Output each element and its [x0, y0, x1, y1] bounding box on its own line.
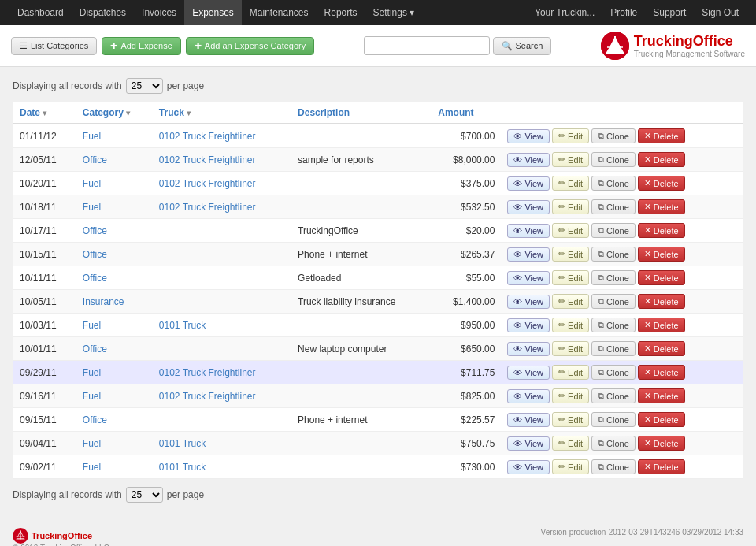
- delete-button[interactable]: ✕ Delete: [638, 459, 685, 474]
- category-link[interactable]: Office: [83, 414, 107, 425]
- category-link[interactable]: Fuel: [83, 462, 101, 473]
- clone-button[interactable]: ⧉ Clone: [591, 247, 636, 262]
- view-button[interactable]: 👁 View: [507, 342, 550, 356]
- clone-button[interactable]: ⧉ Clone: [591, 459, 636, 474]
- clone-button[interactable]: ⧉ Clone: [591, 128, 636, 143]
- view-button[interactable]: 👁 View: [507, 200, 550, 214]
- edit-button[interactable]: ✏ Edit: [552, 199, 589, 214]
- delete-button[interactable]: ✕ Delete: [638, 412, 685, 427]
- edit-button[interactable]: ✏ Edit: [552, 436, 589, 451]
- view-button[interactable]: 👁 View: [507, 318, 550, 332]
- nav-profile[interactable]: Profile: [602, 0, 645, 25]
- view-button[interactable]: 👁 View: [507, 366, 550, 380]
- category-link[interactable]: Fuel: [83, 320, 101, 331]
- edit-button[interactable]: ✏ Edit: [552, 365, 589, 380]
- clone-button[interactable]: ⧉ Clone: [591, 436, 636, 451]
- edit-button[interactable]: ✏ Edit: [552, 341, 589, 356]
- truck-link[interactable]: 0102 Truck Freightliner: [159, 178, 256, 189]
- nav-settings[interactable]: Settings ▾: [365, 0, 423, 25]
- delete-button[interactable]: ✕ Delete: [638, 199, 685, 214]
- delete-button[interactable]: ✕ Delete: [638, 318, 685, 332]
- view-button[interactable]: 👁 View: [507, 224, 550, 238]
- nav-support[interactable]: Support: [645, 0, 694, 25]
- category-link[interactable]: Fuel: [83, 438, 101, 449]
- col-truck[interactable]: Truck ▾: [153, 102, 291, 124]
- edit-button[interactable]: ✏ Edit: [552, 412, 589, 427]
- category-link[interactable]: Fuel: [83, 367, 101, 378]
- view-button[interactable]: 👁 View: [507, 153, 550, 167]
- truck-link[interactable]: 0102 Truck Freightliner: [159, 367, 256, 378]
- clone-button[interactable]: ⧉ Clone: [591, 412, 636, 427]
- delete-button[interactable]: ✕ Delete: [638, 388, 685, 403]
- clone-button[interactable]: ⧉ Clone: [591, 199, 636, 214]
- search-input[interactable]: [364, 36, 490, 55]
- clone-button[interactable]: ⧉ Clone: [591, 294, 636, 309]
- edit-button[interactable]: ✏ Edit: [552, 318, 589, 332]
- clone-button[interactable]: ⧉ Clone: [591, 365, 636, 380]
- category-link[interactable]: Office: [83, 154, 107, 165]
- list-categories-button[interactable]: ☰ List Categories: [11, 37, 97, 55]
- edit-button[interactable]: ✏ Edit: [552, 152, 589, 167]
- view-button[interactable]: 👁 View: [507, 176, 550, 191]
- add-expense-category-button[interactable]: ✚ Add an Expense Category: [186, 37, 314, 55]
- edit-button[interactable]: ✏ Edit: [552, 176, 589, 191]
- delete-button[interactable]: ✕ Delete: [638, 176, 685, 191]
- category-link[interactable]: Office: [83, 273, 107, 284]
- view-button[interactable]: 👁 View: [507, 389, 550, 403]
- nav-sign-out[interactable]: Sign Out: [694, 0, 747, 25]
- clone-button[interactable]: ⧉ Clone: [591, 223, 636, 238]
- edit-button[interactable]: ✏ Edit: [552, 459, 589, 474]
- category-link[interactable]: Fuel: [83, 131, 101, 142]
- delete-button[interactable]: ✕ Delete: [638, 128, 685, 143]
- edit-button[interactable]: ✏ Edit: [552, 223, 589, 238]
- nav-dashboard[interactable]: Dashboard: [9, 0, 72, 25]
- col-category[interactable]: Category ▾: [76, 102, 153, 124]
- clone-button[interactable]: ⧉ Clone: [591, 176, 636, 191]
- category-link[interactable]: Office: [83, 344, 107, 355]
- delete-button[interactable]: ✕ Delete: [638, 294, 685, 309]
- delete-button[interactable]: ✕ Delete: [638, 365, 685, 380]
- category-link[interactable]: Office: [83, 249, 107, 260]
- clone-button[interactable]: ⧉ Clone: [591, 270, 636, 285]
- truck-link[interactable]: 0101 Truck: [159, 462, 206, 473]
- col-date[interactable]: Date ▾: [13, 102, 76, 124]
- view-button[interactable]: 👁 View: [507, 413, 550, 427]
- delete-button[interactable]: ✕ Delete: [638, 436, 685, 451]
- per-page-select-bottom[interactable]: 25 50 100: [126, 487, 163, 503]
- clone-button[interactable]: ⧉ Clone: [591, 388, 636, 403]
- truck-link[interactable]: 0101 Truck: [159, 320, 206, 331]
- category-link[interactable]: Insurance: [83, 296, 124, 307]
- category-link[interactable]: Fuel: [83, 202, 101, 213]
- edit-button[interactable]: ✏ Edit: [552, 128, 589, 143]
- category-link[interactable]: Office: [83, 225, 107, 236]
- nav-dispatches[interactable]: Dispatches: [72, 0, 134, 25]
- nav-your-truckin[interactable]: Your Truckin...: [527, 0, 602, 25]
- per-page-select-top[interactable]: 25 50 100: [126, 78, 163, 94]
- clone-button[interactable]: ⧉ Clone: [591, 152, 636, 167]
- truck-link[interactable]: 0102 Truck Freightliner: [159, 131, 256, 142]
- view-button[interactable]: 👁 View: [507, 436, 550, 451]
- nav-maintenances[interactable]: Maintenances: [242, 0, 317, 25]
- nav-invoices[interactable]: Invoices: [134, 0, 184, 25]
- add-expense-button[interactable]: ✚ Add Expense: [102, 37, 180, 55]
- view-button[interactable]: 👁 View: [507, 460, 550, 474]
- delete-button[interactable]: ✕ Delete: [638, 247, 685, 262]
- category-link[interactable]: Fuel: [83, 391, 101, 402]
- delete-button[interactable]: ✕ Delete: [638, 341, 685, 356]
- clone-button[interactable]: ⧉ Clone: [591, 341, 636, 356]
- search-button[interactable]: 🔍 Search: [493, 37, 552, 55]
- clone-button[interactable]: ⧉ Clone: [591, 318, 636, 332]
- view-button[interactable]: 👁 View: [507, 247, 550, 262]
- view-button[interactable]: 👁 View: [507, 271, 550, 285]
- truck-link[interactable]: 0101 Truck: [159, 438, 206, 449]
- edit-button[interactable]: ✏ Edit: [552, 294, 589, 309]
- delete-button[interactable]: ✕ Delete: [638, 223, 685, 238]
- truck-link[interactable]: 0102 Truck Freightliner: [159, 202, 256, 213]
- view-button[interactable]: 👁 View: [507, 129, 550, 143]
- nav-expenses[interactable]: Expenses: [184, 0, 242, 25]
- view-button[interactable]: 👁 View: [507, 295, 550, 309]
- delete-button[interactable]: ✕ Delete: [638, 270, 685, 285]
- nav-reports[interactable]: Reports: [317, 0, 365, 25]
- edit-button[interactable]: ✏ Edit: [552, 247, 589, 262]
- truck-link[interactable]: 0102 Truck Freightliner: [159, 391, 256, 402]
